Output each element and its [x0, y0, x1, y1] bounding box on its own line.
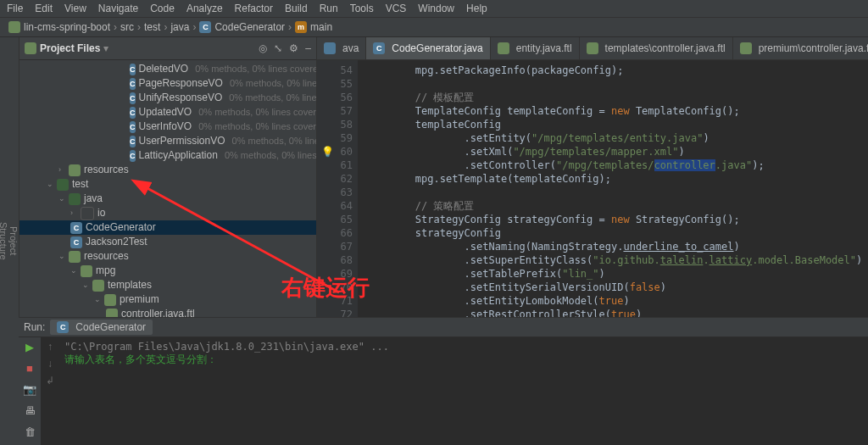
tree-row[interactable]: ›resources — [19, 163, 316, 177]
menu-file[interactable]: File — [7, 3, 23, 14]
toolwindow-structure[interactable]: Structure — [0, 61, 8, 421]
tab-entity.java.ftl[interactable]: entity.java.ftl — [491, 37, 580, 59]
tree-row[interactable]: CUserInfoVO0% methods, 0% lines covered — [19, 120, 316, 134]
crumb-method[interactable]: main — [310, 21, 332, 33]
sidebar-title[interactable]: Project Files — [40, 42, 100, 54]
crumb-class[interactable]: CodeGenerator — [214, 21, 285, 33]
crumb-test[interactable]: test — [144, 21, 160, 33]
run-label: Run: — [24, 321, 45, 333]
tree-row[interactable]: CPageResponseVO0% methods, 0% lines cove… — [19, 76, 316, 91]
wrap-icon[interactable]: ↲ — [46, 375, 54, 387]
menu-code[interactable]: Code — [150, 3, 175, 14]
menu-run[interactable]: Run — [320, 3, 338, 14]
sidebar-header: Project Files ▾ ◎ ⤡ ⚙ – — [19, 37, 316, 60]
folder-icon — [25, 42, 36, 54]
menu-vcs[interactable]: VCS — [386, 3, 407, 14]
tree-row[interactable]: ⌄resources — [19, 249, 316, 264]
stop-icon[interactable]: ■ — [26, 362, 33, 375]
menu-window[interactable]: Window — [418, 3, 454, 14]
expand-icon[interactable]: ⤡ — [274, 42, 282, 54]
tree-row[interactable]: ⌄java — [19, 192, 316, 206]
method-icon: m — [295, 21, 307, 33]
trash-icon[interactable]: 🗑 — [25, 426, 36, 438]
tree-row[interactable]: CDeletedVO0% methods, 0% lines covered — [19, 62, 316, 76]
chevron-icon: › — [192, 21, 196, 33]
toolwindow-project[interactable]: Project — [8, 61, 19, 421]
crumb-project[interactable]: lin-cms-spring-boot — [24, 21, 110, 33]
console-prompt: 请输入表名，多个英文逗号分割： — [64, 353, 863, 367]
dropdown-icon[interactable]: ▾ — [103, 42, 108, 54]
console[interactable]: "C:\Program Files\Java\jdk1.8.0_231\bin\… — [59, 337, 868, 445]
class-icon: C — [199, 21, 211, 33]
chevron-icon: › — [114, 21, 117, 33]
run-tool-window: Run: C CodeGenerator ▶ ■ 📷 🖶 🗑 ↑ ↓ ↲ "C:… — [19, 317, 868, 445]
run-toolbar: ▶ ■ 📷 🖶 🗑 — [19, 337, 41, 445]
crumb-java[interactable]: java — [170, 21, 189, 33]
tree-row[interactable]: CCodeGenerator — [19, 220, 316, 235]
run-tab[interactable]: C CodeGenerator — [50, 320, 153, 335]
tree-row[interactable]: CUpdatedVO0% methods, 0% lines covered — [19, 105, 316, 120]
down-icon[interactable]: ↓ — [47, 358, 53, 370]
gear-icon[interactable]: ⚙ — [289, 42, 298, 54]
menu-build[interactable]: Build — [285, 3, 308, 14]
tab-templates\controller.java.ftl[interactable]: templates\controller.java.ftl — [580, 37, 733, 59]
tree-row[interactable]: ⌄templates — [19, 278, 316, 292]
tab-ava[interactable]: ava — [317, 37, 366, 59]
rerun-icon[interactable]: ▶ — [25, 341, 34, 353]
chevron-icon: › — [288, 21, 292, 33]
print-icon[interactable]: 🖶 — [25, 404, 36, 417]
crumb-src[interactable]: src — [120, 21, 134, 33]
dump-icon[interactable]: 📷 — [23, 383, 36, 396]
tab-premium\controller.java.ftl[interactable]: premium\controller.java.ftl — [733, 37, 868, 59]
chevron-icon: › — [164, 21, 167, 33]
run-tab-label: CodeGenerator — [75, 321, 146, 333]
tree-row[interactable]: ⌄test — [19, 177, 316, 192]
target-icon[interactable]: ◎ — [259, 42, 267, 54]
menu-view[interactable]: View — [64, 3, 86, 14]
run-header: Run: C CodeGenerator — [19, 318, 868, 337]
tree-row[interactable]: CUserPermissionVO0% methods, 0% lines co… — [19, 134, 316, 148]
tree-row[interactable]: ⌄mpg — [19, 264, 316, 278]
tree-row[interactable]: CJackson2Test — [19, 235, 316, 249]
tree-row[interactable]: ⌄premium — [19, 292, 316, 307]
console-nav: ↑ ↓ ↲ — [41, 337, 59, 445]
chevron-icon: › — [137, 21, 141, 33]
tool-window-bar[interactable]: Project Structure Favorites — [0, 37, 19, 445]
menu-edit[interactable]: Edit — [35, 3, 53, 14]
class-icon: C — [57, 321, 69, 333]
breadcrumb[interactable]: lin-cms-spring-boot › src › test › java … — [0, 18, 868, 37]
menu-help[interactable]: Help — [466, 3, 487, 14]
project-icon — [8, 21, 20, 33]
menu-refactor[interactable]: Refactor — [235, 3, 273, 14]
tab-CodeGenerator.java[interactable]: CCodeGenerator.java — [366, 37, 490, 59]
up-icon[interactable]: ↑ — [47, 341, 53, 353]
menu-navigate[interactable]: Navigate — [98, 3, 138, 14]
collapse-icon[interactable]: – — [305, 42, 311, 54]
editor-tabs[interactable]: avaCCodeGenerator.javaentity.java.ftltem… — [317, 37, 868, 60]
tree-row[interactable]: ›io — [19, 206, 316, 220]
tree-row[interactable]: CLatticyApplication0% methods, 0% lines … — [19, 148, 316, 163]
menubar: FileEditViewNavigateCodeAnalyzeRefactorB… — [0, 0, 868, 18]
menu-tools[interactable]: Tools — [350, 3, 374, 14]
tree-row[interactable]: CUnifyResponseVO0% methods, 0% lines cov… — [19, 91, 316, 105]
console-cmd: "C:\Program Files\Java\jdk1.8.0_231\bin\… — [64, 341, 863, 353]
menu-analyze[interactable]: Analyze — [186, 3, 223, 14]
